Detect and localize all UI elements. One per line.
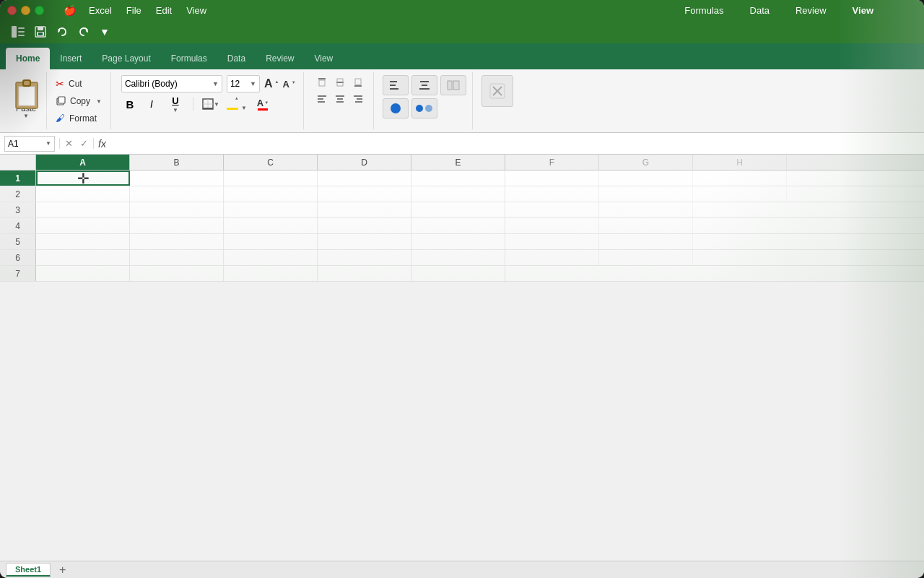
save-button[interactable] (32, 25, 49, 39)
right-btn-1[interactable] (383, 75, 409, 95)
cell-c2[interactable] (224, 186, 318, 202)
cell-g3[interactable] (599, 202, 693, 217)
cell-g4[interactable] (599, 218, 693, 233)
font-size-dropdown-arrow[interactable]: ▼ (250, 80, 256, 87)
font-dropdown-arrow[interactable]: ▼ (212, 80, 219, 87)
row-header-7[interactable]: 7 (0, 266, 36, 281)
cell-e4[interactable] (411, 218, 505, 233)
menu-data[interactable]: Data (743, 0, 777, 20)
cell-a4[interactable] (36, 218, 130, 233)
cell-c1[interactable] (224, 171, 318, 186)
cut-button[interactable]: ✂ Cut (53, 77, 105, 91)
highlight-color-button[interactable]: A ▼ (226, 95, 248, 113)
right-btn-3[interactable] (440, 75, 466, 95)
col-header-h[interactable]: H (693, 155, 787, 170)
border-button[interactable]: ▼ (200, 95, 222, 113)
col-header-e[interactable]: E (411, 155, 505, 170)
cell-a5[interactable] (36, 234, 130, 249)
menu-edit[interactable]: Edit (149, 0, 179, 20)
menu-excel[interactable]: Excel (82, 0, 119, 20)
col-header-c[interactable]: C (224, 155, 318, 170)
align-middle-button[interactable] (332, 75, 348, 90)
tab-review[interactable]: Review (256, 48, 304, 69)
cell-c4[interactable] (224, 218, 318, 233)
sidebar-toggle-button[interactable] (9, 25, 27, 39)
cell-b3[interactable] (130, 202, 224, 217)
cell-h2[interactable] (693, 186, 787, 202)
row-header-4[interactable]: 4 (0, 218, 36, 233)
cell-b5[interactable] (130, 234, 224, 249)
right-btn-2[interactable] (411, 75, 437, 95)
cell-a6[interactable] (36, 250, 130, 265)
cell-e2[interactable] (411, 186, 505, 202)
italic-button[interactable]: I (143, 95, 160, 113)
col-header-f[interactable]: F (505, 155, 599, 170)
cell-b7[interactable] (130, 266, 224, 281)
cell-e1[interactable] (411, 171, 505, 186)
menu-view[interactable]: View (179, 0, 214, 20)
tab-page-layout[interactable]: Page Layout (92, 48, 160, 69)
menu-view2[interactable]: View (845, 0, 881, 20)
minimize-button[interactable] (21, 6, 30, 15)
maximize-button[interactable] (35, 6, 44, 15)
cell-b1[interactable] (130, 171, 224, 186)
row-header-6[interactable]: 6 (0, 250, 36, 265)
redo-button[interactable] (75, 25, 92, 39)
cell-d7[interactable] (318, 266, 411, 281)
cell-a2[interactable] (36, 186, 130, 202)
cell-d1[interactable] (318, 171, 411, 186)
underline-button[interactable]: U ▼ (165, 95, 186, 113)
tab-home[interactable]: Home (6, 48, 50, 69)
cell-f3[interactable] (505, 202, 599, 217)
underline-dropdown[interactable]: ▼ (173, 107, 178, 113)
row-header-3[interactable]: 3 (0, 202, 36, 217)
sheet-tab-1[interactable]: Sheet1 (6, 563, 51, 577)
cell-e5[interactable] (411, 234, 505, 249)
cell-f2[interactable] (505, 186, 599, 202)
cell-c7[interactable] (224, 266, 318, 281)
undo-button[interactable] (53, 25, 71, 39)
cell-d4[interactable] (318, 218, 411, 233)
quick-access-dropdown[interactable]: ▼ (97, 25, 113, 39)
name-box[interactable]: A1 ▼ (4, 136, 55, 152)
name-box-arrow[interactable]: ▼ (45, 140, 51, 147)
copy-button[interactable]: Copy ▼ (53, 94, 105, 108)
format-painter-button[interactable]: 🖌 Format (53, 111, 105, 125)
paste-button[interactable]: Paste ▼ (6, 72, 47, 129)
cell-b2[interactable] (130, 186, 224, 202)
clear-button[interactable] (481, 75, 513, 107)
cell-a3[interactable] (36, 202, 130, 217)
font-increase-button[interactable]: A (264, 77, 273, 90)
cell-c3[interactable] (224, 202, 318, 217)
cell-e3[interactable] (411, 202, 505, 217)
apple-menu[interactable]: 🍎 (58, 0, 82, 20)
cell-b6[interactable] (130, 250, 224, 265)
font-name-selector[interactable]: Calibri (Body) ▼ (121, 75, 222, 92)
menu-formulas[interactable]: Formulas (677, 0, 731, 20)
font-color-button[interactable]: A ▼ (252, 95, 274, 113)
cell-c6[interactable] (224, 250, 318, 265)
col-header-b[interactable]: B (130, 155, 224, 170)
cell-d2[interactable] (318, 186, 411, 202)
tab-data[interactable]: Data (217, 48, 256, 69)
cell-f4[interactable] (505, 218, 599, 233)
cell-e7[interactable] (411, 266, 505, 281)
cell-g1[interactable] (599, 171, 693, 186)
align-bottom-button[interactable] (350, 75, 366, 90)
cell-f5[interactable] (505, 234, 599, 249)
close-button[interactable] (7, 6, 17, 15)
copy-dropdown[interactable]: ▼ (96, 98, 102, 105)
cell-d3[interactable] (318, 202, 411, 217)
align-left-button[interactable] (314, 92, 330, 106)
add-sheet-button[interactable]: + (53, 564, 71, 577)
right-btn-4[interactable] (383, 98, 409, 118)
cell-g6[interactable] (599, 250, 693, 265)
tab-view[interactable]: View (304, 48, 343, 69)
cell-f1[interactable] (505, 171, 599, 186)
align-top-button[interactable] (314, 75, 330, 90)
cell-a7[interactable] (36, 266, 130, 281)
tab-insert[interactable]: Insert (50, 48, 92, 69)
cell-c5[interactable] (224, 234, 318, 249)
align-right-button[interactable] (350, 92, 366, 106)
cancel-formula-button[interactable]: ✕ (63, 138, 75, 149)
